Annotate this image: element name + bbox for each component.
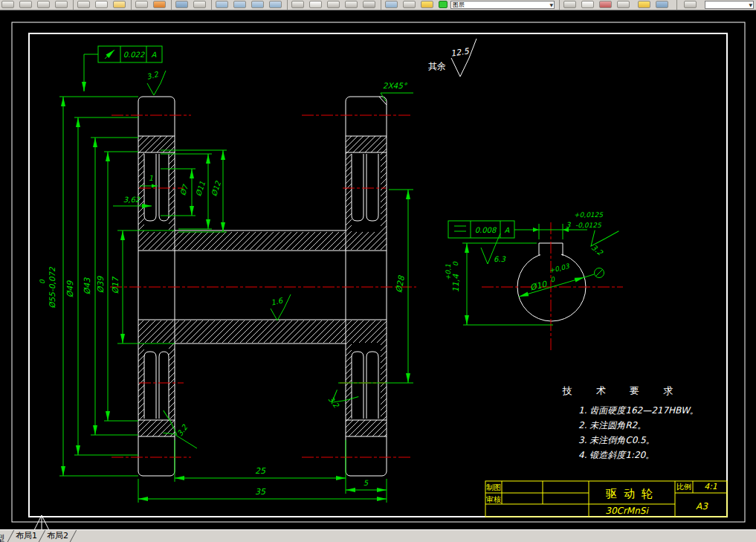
depth-sub: 0 [452, 261, 459, 266]
dim-35: 35 [255, 487, 266, 497]
dim-d11: Ø11 [194, 180, 207, 197]
toolbar: ▼ 图层 ▼ [0, 0, 756, 10]
chamfer-note: 2X45° [383, 81, 407, 90]
toolbar-separator [381, 0, 381, 10]
toolbar-icon[interactable] [309, 1, 322, 8]
toolbar-icon[interactable] [55, 1, 68, 8]
tab-model-label: 模型 [0, 534, 4, 542]
tech-req-item: 2. 未注圆角R2。 [578, 420, 646, 430]
material: 30CrMnSi [605, 506, 649, 516]
drawing-canvas[interactable]: 0 Ø55-0,072 Ø49 Ø43 Ø39 Ø17 Ø28 Ø7 Ø11 Ø… [0, 0, 756, 542]
toolbar-icon[interactable] [617, 1, 630, 8]
toolbar-icon[interactable] [638, 1, 650, 8]
part-name: 驱动轮 [605, 487, 659, 500]
toolbar-icon[interactable] [251, 1, 264, 8]
toolbar-icon[interactable] [153, 1, 166, 8]
key-sub: -0,0125 [575, 222, 602, 229]
dim-362: 3,62 [123, 196, 140, 204]
dim-d39: Ø39 [96, 276, 106, 294]
sheet-size: A3 [696, 501, 708, 512]
toolbar-separator [676, 0, 677, 10]
layout-tab-bar: 模型 布局1 布局2 [0, 529, 756, 542]
layer-combobox-text: 图层 [453, 1, 465, 8]
scale-value: 4:1 [704, 482, 717, 491]
titleblock-drafted-label: 制图 [486, 483, 501, 491]
dim-d12: Ø12 [210, 180, 222, 198]
sym-datum: A [505, 226, 510, 234]
toolbar-icon[interactable] [599, 1, 612, 8]
finish-bore: 1.6 [270, 296, 284, 306]
toolbar-icon[interactable] [77, 1, 90, 8]
toolbar-icon[interactable] [385, 1, 398, 8]
bore-sup: +0,03 [549, 262, 571, 275]
general-notes: 其余 12.5 技 术 要 求 1. 齿面硬度162—217HBW。 2. 未注… [428, 39, 699, 460]
depth-main: 11,4 [451, 274, 461, 292]
dim-5: 5 [364, 479, 369, 487]
surface-default-value: 12.5 [450, 46, 470, 58]
titleblock-checked-label: 审核 [486, 495, 501, 503]
toolbar-separator [287, 0, 288, 10]
toolbar-separator [131, 0, 132, 10]
scale-label: 比例 [676, 483, 691, 491]
key-sup: +0,0125 [574, 211, 604, 219]
section-hatching[interactable] [138, 136, 387, 436]
sym-value: 0.008 [475, 226, 497, 234]
dim-1: 1 [149, 174, 153, 182]
dim-d28: Ø28 [394, 274, 407, 294]
title-block[interactable]: 制图 审核 驱动轮 30CrMnSi 比例 4:1 A3 [485, 481, 727, 517]
tech-req-title: 技 术 要 求 [562, 385, 683, 396]
runout-value: 0.022 [123, 51, 145, 59]
toolbar-icon[interactable] [269, 1, 282, 8]
toolbar-icon[interactable] [345, 1, 358, 8]
dim-d55-sup: 0 [39, 279, 46, 284]
application-window: ▼ 图层 ▼ [0, 0, 756, 542]
chevron-down-icon: ▼ [749, 1, 752, 8]
tab-layout2[interactable]: 布局2 [42, 530, 73, 541]
layer-color-swatch[interactable] [439, 1, 448, 8]
toolbar-separator [211, 0, 212, 10]
toolbar-icon[interactable] [1, 1, 14, 8]
key-main: 3 [566, 221, 571, 229]
bore-sub: 0 [549, 275, 556, 283]
toolbar-icon[interactable] [135, 1, 148, 8]
toolbar-icon[interactable] [175, 1, 188, 8]
toolbar-icon[interactable] [233, 1, 246, 8]
tech-req-item: 1. 齿面硬度162—217HBW。 [578, 405, 699, 416]
layer-combobox[interactable]: ▼ 图层 [450, 1, 555, 9]
dim-d43: Ø43 [83, 277, 92, 295]
toolbar-icon[interactable] [19, 1, 32, 8]
toolbar-icon[interactable] [95, 1, 108, 8]
sheet-frame[interactable] [12, 22, 745, 522]
finish-63: 6.3 [494, 255, 506, 263]
toolbar-separator [559, 0, 560, 10]
tech-req-item: 4. 锻造斜度1:20。 [578, 450, 654, 460]
toolbar-icon[interactable] [193, 1, 206, 8]
runout-datum: A [152, 51, 157, 59]
toolbar-separator [73, 0, 74, 10]
toolbar-icon[interactable] [291, 1, 304, 8]
tech-req-item: 3. 未注倒角C0.5。 [578, 435, 655, 445]
dim-d49: Ø49 [65, 280, 75, 298]
toolbar-icon[interactable] [216, 1, 228, 8]
toolbar-icon[interactable] [363, 1, 375, 8]
finish-bottom-left: 3.2 [175, 423, 189, 438]
pencil-icon[interactable] [684, 1, 697, 8]
toolbar-icon[interactable] [563, 1, 576, 8]
lightbulb-icon[interactable] [421, 1, 433, 8]
depth-sup: +0,1 [445, 264, 452, 280]
toolbar-icon[interactable] [656, 1, 668, 8]
dim-d7: Ø7 [178, 183, 190, 196]
finish-top-left: 3.2 [146, 70, 160, 81]
surface-default-prefix: 其余 [428, 61, 446, 71]
finish-mid-right: 3.2 [327, 395, 341, 410]
toolbar-icon[interactable] [403, 1, 416, 8]
toolbar-icon[interactable] [327, 1, 340, 8]
chevron-down-icon: ▼ [549, 1, 553, 8]
toolbar-icon[interactable] [113, 1, 126, 8]
bore-main: Ø10 [529, 279, 549, 292]
tab-layout1[interactable]: 布局1 [11, 530, 42, 541]
dim-25: 25 [255, 466, 266, 476]
toolbar-icon[interactable] [581, 1, 594, 8]
toolbar-icon[interactable] [37, 1, 50, 8]
color-combobox[interactable]: ▼ [705, 1, 754, 9]
